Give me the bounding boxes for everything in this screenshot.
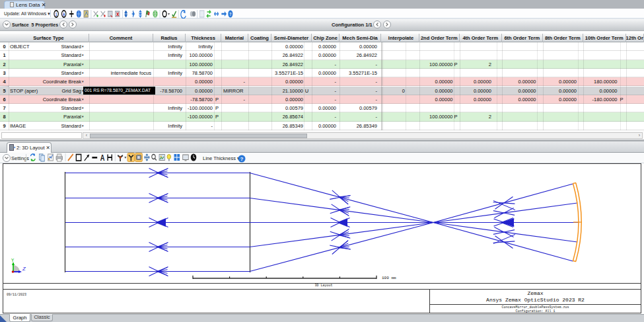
svg-text:?: ? (229, 11, 231, 17)
svg-text:A: A (100, 153, 105, 162)
svg-text:1: 1 (55, 12, 57, 17)
svg-text:?: ? (240, 156, 244, 162)
svg-text:A: A (63, 12, 65, 17)
